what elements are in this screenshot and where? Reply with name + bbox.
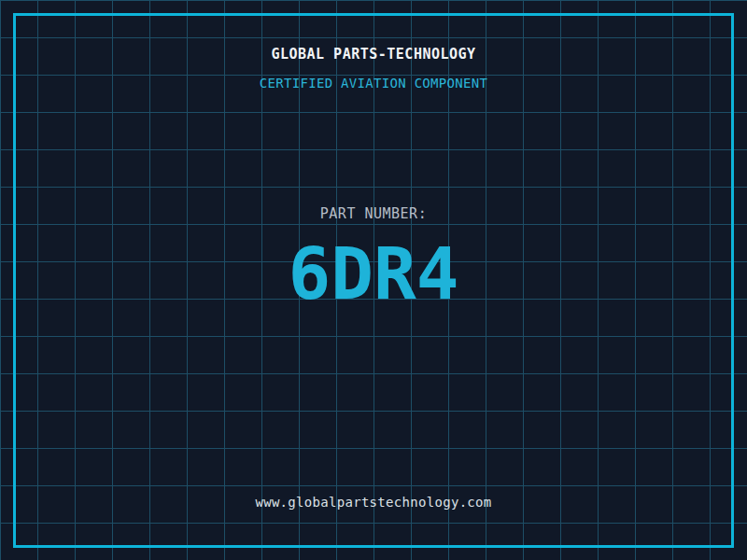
website-url: www.globalpartstechnology.com xyxy=(0,495,747,510)
certification-tagline: CERTIFIED AVIATION COMPONENT xyxy=(0,76,747,91)
part-number-label: PART NUMBER: xyxy=(0,205,747,222)
part-number-value: 6DR4 xyxy=(0,239,747,310)
certificate-screen: GLOBAL PARTS-TECHNOLOGY CERTIFIED AVIATI… xyxy=(0,0,747,560)
company-name: GLOBAL PARTS-TECHNOLOGY xyxy=(0,46,747,63)
